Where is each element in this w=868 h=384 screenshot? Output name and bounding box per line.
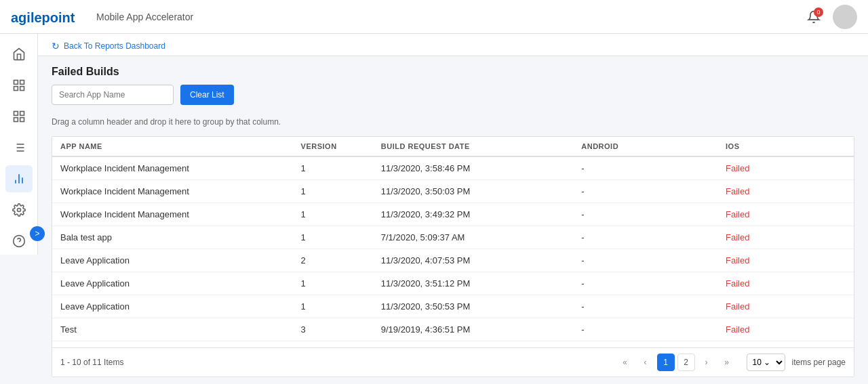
cell-android: - xyxy=(573,156,717,180)
pagination-info: 1 - 10 of 11 Items xyxy=(60,358,616,367)
drag-hint: Drag a column header and drop it here to… xyxy=(52,113,854,131)
sidebar-item-settings[interactable] xyxy=(5,196,33,223)
cell-version: 1 xyxy=(293,226,373,249)
chart-icon xyxy=(12,172,26,186)
svg-rect-1 xyxy=(14,81,18,85)
svg-text:agilepoint: agilepoint xyxy=(11,10,75,25)
cell-build-date: 7/1/2020, 5:09:37 AM xyxy=(373,226,574,249)
cell-android: - xyxy=(573,180,717,203)
sidebar-item-help[interactable] xyxy=(5,228,33,255)
main-content: ↻ Back To Reports Dashboard Failed Build… xyxy=(38,34,868,384)
user-avatar[interactable] xyxy=(833,5,857,29)
cell-ios: Failed xyxy=(717,318,854,341)
back-to-reports-link[interactable]: Back To Reports Dashboard xyxy=(64,41,165,51)
svg-rect-5 xyxy=(14,112,18,116)
table-row: Leave Application111/3/2020, 3:51:12 PM-… xyxy=(52,272,854,295)
cell-app-name: Leave Application xyxy=(52,295,293,318)
help-icon xyxy=(12,234,26,248)
svg-rect-2 xyxy=(20,81,24,85)
col-version: VERSION xyxy=(293,137,373,156)
topbar-app-title: Mobile App Accelerator xyxy=(96,12,193,22)
table-body: Workplace Incident Management111/3/2020,… xyxy=(52,156,854,341)
grid2-icon xyxy=(12,110,26,123)
cell-app-name: Workplace Incident Management xyxy=(52,203,293,226)
failed-builds-table: APP NAME VERSION BUILD REQUEST DATE ANDR… xyxy=(52,137,854,341)
cell-version: 1 xyxy=(293,180,373,203)
cell-version: 1 xyxy=(293,272,373,295)
cell-android: - xyxy=(573,272,717,295)
sidebar xyxy=(0,34,38,255)
cell-ios: Failed xyxy=(717,272,854,295)
table-row: Bala test app17/1/2020, 5:09:37 AM-Faile… xyxy=(52,226,854,249)
sidebar-item-home[interactable] xyxy=(5,41,33,68)
list-icon xyxy=(12,141,26,154)
clear-list-button[interactable]: Clear List xyxy=(180,85,234,105)
cell-android: - xyxy=(573,226,717,249)
page-2-btn[interactable]: 2 xyxy=(677,354,695,371)
svg-rect-7 xyxy=(14,118,18,122)
pagination-controls: « ‹ 1 2 › » 10 ⌄ 20 50 items per page xyxy=(616,354,846,371)
table-row: Leave Application111/3/2020, 3:50:53 PM-… xyxy=(52,295,854,318)
col-ios: IOS xyxy=(717,137,854,156)
bell-button[interactable]: 0 xyxy=(803,6,825,28)
table-row: Leave Application211/3/2020, 4:07:53 PM-… xyxy=(52,249,854,272)
svg-rect-8 xyxy=(20,118,24,122)
page-last-btn[interactable]: » xyxy=(718,354,736,371)
cell-version: 2 xyxy=(293,249,373,272)
pagination-bar: 1 - 10 of 11 Items « ‹ 1 2 › » 10 ⌄ 20 5… xyxy=(52,347,854,377)
cell-version: 3 xyxy=(293,318,373,341)
settings-icon xyxy=(12,203,26,217)
page-first-btn[interactable]: « xyxy=(616,354,634,371)
sidebar-item-grid2[interactable] xyxy=(5,103,33,130)
breadcrumb-bar: ↻ Back To Reports Dashboard xyxy=(38,34,868,56)
svg-rect-3 xyxy=(14,87,18,91)
content-area: Failed Builds Clear List Drag a column h… xyxy=(38,56,868,384)
cell-build-date: 11/3/2020, 4:07:53 PM xyxy=(373,249,574,272)
page-1-btn[interactable]: 1 xyxy=(657,354,675,371)
bell-badge: 0 xyxy=(814,7,823,17)
table-wrapper: APP NAME VERSION BUILD REQUEST DATE ANDR… xyxy=(52,136,854,377)
svg-rect-6 xyxy=(20,112,24,116)
cell-build-date: 11/3/2020, 3:50:53 PM xyxy=(373,295,574,318)
cell-build-date: 11/3/2020, 3:58:46 PM xyxy=(373,156,574,180)
page-prev-btn[interactable]: ‹ xyxy=(637,354,654,371)
col-app-name: APP NAME xyxy=(52,137,293,156)
cell-ios: Failed xyxy=(717,203,854,226)
cell-ios: Failed xyxy=(717,180,854,203)
cell-android: - xyxy=(573,203,717,226)
cell-build-date: 9/19/2019, 4:36:51 PM xyxy=(373,318,574,341)
page-next-btn[interactable]: › xyxy=(698,354,715,371)
cell-ios: Failed xyxy=(717,249,854,272)
cell-version: 1 xyxy=(293,203,373,226)
cell-version: 1 xyxy=(293,295,373,318)
per-page-select[interactable]: 10 ⌄ 20 50 xyxy=(747,354,785,371)
cell-app-name: Workplace Incident Management xyxy=(52,156,293,180)
cell-build-date: 11/3/2020, 3:50:03 PM xyxy=(373,180,574,203)
cell-app-name: Test xyxy=(52,318,293,341)
sidebar-expand-toggle[interactable]: > xyxy=(30,226,45,241)
table-header-row: APP NAME VERSION BUILD REQUEST DATE ANDR… xyxy=(52,137,854,156)
agilepoint-logo-svg: agilepoint xyxy=(11,7,85,26)
table-row: Test39/19/2019, 4:36:51 PM-Failed xyxy=(52,318,854,341)
cell-app-name: Workplace Incident Management xyxy=(52,180,293,203)
table-row: Workplace Incident Management111/3/2020,… xyxy=(52,203,854,226)
sidebar-item-list[interactable] xyxy=(5,134,33,161)
home-icon xyxy=(12,47,26,61)
cell-app-name: Bala test app xyxy=(52,226,293,249)
svg-rect-4 xyxy=(20,87,24,91)
cell-app-name: Leave Application xyxy=(52,249,293,272)
search-input[interactable] xyxy=(52,85,174,105)
table-row: Workplace Incident Management111/3/2020,… xyxy=(52,180,854,203)
toolbar: Clear List xyxy=(52,85,854,105)
sidebar-item-grid1[interactable] xyxy=(5,72,33,99)
cell-ios: Failed xyxy=(717,226,854,249)
sidebar-item-chart[interactable] xyxy=(5,165,33,192)
cell-android: - xyxy=(573,249,717,272)
grid1-icon xyxy=(12,79,26,92)
cell-android: - xyxy=(573,318,717,341)
col-android: ANDROID xyxy=(573,137,717,156)
cell-build-date: 11/3/2020, 3:49:32 PM xyxy=(373,203,574,226)
cell-version: 1 xyxy=(293,156,373,180)
per-page-label: items per page xyxy=(792,358,846,367)
topbar: agilepoint Mobile App Accelerator 0 xyxy=(0,0,868,34)
